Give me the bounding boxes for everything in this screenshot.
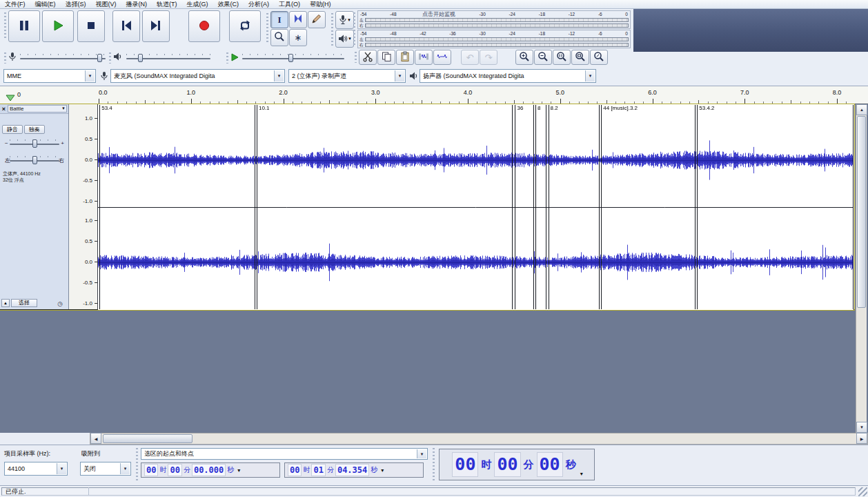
project-rate-value: 44100 — [8, 465, 25, 472]
menu-item[interactable]: 文件(F) — [0, 0, 30, 8]
snap-to-select[interactable]: 关闭 ▾ — [80, 462, 131, 476]
close-track-icon[interactable]: × — [0, 106, 8, 113]
slider-thumb[interactable] — [32, 139, 37, 148]
selection-start-field[interactable]: 00时 00分 00.000秒 ▾ — [141, 462, 280, 478]
chevron-down-icon[interactable]: ▾ — [381, 467, 384, 474]
vertical-scrollbar-thumb[interactable] — [857, 116, 866, 308]
recording-volume-slider[interactable] — [8, 50, 106, 66]
scroll-up-button[interactable]: ▲ — [856, 104, 867, 115]
record-button[interactable] — [188, 10, 220, 42]
meter-level-bar — [365, 18, 629, 22]
audio-clip[interactable]: 10.1 — [257, 105, 513, 309]
multi-tool-button[interactable]: ∗ — [289, 29, 307, 46]
pinned-playhead-icon[interactable] — [6, 92, 15, 104]
zoom-out-button[interactable] — [534, 50, 552, 65]
trim-audio-button[interactable] — [415, 50, 433, 65]
horizontal-scrollbar[interactable]: ◀ ▶ — [90, 433, 868, 445]
silence-audio-button[interactable] — [433, 50, 451, 65]
loop-play-button[interactable] — [229, 10, 261, 42]
zoom-in-button[interactable] — [515, 50, 533, 65]
menu-item[interactable]: 分析(A) — [244, 0, 274, 8]
scroll-right-button[interactable]: ▶ — [856, 433, 867, 444]
timeline-ruler[interactable]: 0.01.02.03.04.05.06.07.08.0 — [99, 86, 868, 104]
project-rate-select[interactable]: 44100 ▾ — [4, 462, 68, 476]
record-meter-menu-button[interactable]: ▾ — [335, 11, 354, 29]
audio-clip[interactable]: 36 — [515, 105, 533, 309]
slider-thumb[interactable] — [138, 54, 143, 62]
zoom-toggle-button[interactable] — [590, 50, 608, 65]
paste-button[interactable] — [396, 50, 414, 65]
selection-end-field[interactable]: 00时 01分 04.354秒 ▾ — [284, 462, 424, 478]
fit-project-button[interactable] — [571, 50, 589, 65]
playback-device-select[interactable]: 扬声器 (SoundMAX Integrated Digita ▾ — [420, 69, 596, 83]
audio-clip[interactable]: 53.4.2 — [697, 105, 854, 309]
track-view: × Battle ▼ 静音 独奏 − + 左 右 — [0, 104, 868, 433]
menu-item[interactable]: 帮助(H) — [305, 0, 336, 8]
selection-mode-select[interactable]: 选区的起点和终点 ▾ — [141, 448, 428, 460]
select-track-button[interactable]: 选择 — [11, 299, 37, 307]
recording-channels-select[interactable]: 2 (立体声) 录制声道 ▾ — [288, 69, 406, 83]
skip-to-start-button[interactable] — [112, 10, 140, 42]
recording-device-select[interactable]: 麦克风 (SoundMAX Integrated Digita ▾ — [110, 69, 285, 83]
solo-button[interactable]: 独奏 — [24, 125, 45, 134]
meter-tick-label: -30 — [479, 30, 485, 37]
chevron-down-icon[interactable]: ▾ — [237, 467, 240, 474]
zoom-out-icon — [537, 51, 549, 64]
pan-slider[interactable]: 左 右 — [2, 155, 67, 165]
audio-position-display[interactable]: 00时 00分 00秒 ▾ — [439, 449, 595, 480]
audio-clip[interactable]: 53.4 — [99, 105, 255, 309]
meter-tick-label: 0 — [625, 30, 628, 37]
undo-button[interactable]: ↶ — [461, 50, 479, 65]
chevron-down-icon[interactable]: ▾ — [580, 471, 583, 477]
collapse-track-button[interactable]: ▲ — [1, 299, 10, 307]
pause-button[interactable] — [8, 10, 40, 42]
play-at-speed-slider[interactable] — [230, 50, 344, 66]
microphone-icon — [339, 14, 347, 26]
playback-volume-slider[interactable] — [113, 50, 210, 66]
track-name-menu[interactable]: Battle ▼ — [8, 105, 67, 113]
menu-item[interactable]: 视图(V) — [91, 0, 121, 8]
audio-clip[interactable]: 44 [music].3.2 — [601, 105, 696, 309]
redo-button[interactable]: ↷ — [480, 50, 497, 65]
menu-item[interactable]: 选择(S) — [61, 0, 91, 8]
menu-item[interactable]: 工具(O) — [274, 0, 305, 8]
menu-item[interactable]: 播录(N) — [121, 0, 152, 8]
scroll-down-button[interactable]: ▼ — [856, 422, 867, 433]
selection-tool-button[interactable]: I — [270, 11, 288, 28]
audio-clip[interactable]: 8.2 — [549, 105, 600, 309]
copy-button[interactable] — [377, 50, 395, 65]
timeline-label: 8.0 — [833, 89, 842, 96]
slider-thumb[interactable] — [97, 54, 102, 62]
zoom-tool-button[interactable] — [270, 29, 288, 46]
play-button[interactable] — [42, 10, 74, 42]
vertical-amplitude-ruler[interactable]: 1.00.50.0-0.5-1.0 1.00.50.0-0.5-1.0 — [69, 104, 98, 309]
edit-toolbar: ↶ ↷ — [359, 50, 608, 65]
envelope-tool-button[interactable] — [289, 11, 307, 28]
menu-item[interactable]: 轨道(T) — [152, 0, 182, 8]
recording-meter[interactable]: -54-48-42-36-30-24-18-12-60 左右 点击开始监视 — [357, 10, 631, 29]
horizontal-scrollbar-thumb[interactable] — [103, 434, 193, 443]
playback-meter[interactable]: -54-48-42-36-30-24-18-12-60 左右 — [357, 30, 631, 48]
menu-item[interactable]: 生成(G) — [182, 0, 213, 8]
meter-monitor-hint[interactable]: 点击开始监视 — [419, 11, 459, 18]
slider-thumb[interactable] — [288, 54, 293, 62]
skip-to-end-button[interactable] — [142, 10, 170, 42]
audio-host-select[interactable]: MME ▾ — [3, 69, 96, 83]
scroll-left-button[interactable]: ◀ — [90, 433, 101, 444]
audio-clip[interactable]: 8 — [535, 105, 546, 309]
menu-item[interactable]: 编辑(E) — [30, 0, 61, 8]
waveform-area[interactable]: 53.410.13688.244 [music].3.253.4.2 — [98, 104, 854, 310]
draw-tool-button[interactable] — [308, 11, 326, 28]
zoom-selection-button[interactable] — [553, 50, 571, 65]
window-resize-grip[interactable] — [858, 487, 867, 496]
stop-button[interactable] — [77, 10, 105, 42]
gain-slider[interactable]: − + — [2, 139, 67, 148]
timeline-label: 5.0 — [555, 89, 564, 96]
play-meter-menu-button[interactable]: ▾ — [335, 30, 354, 48]
video-overlay-region — [633, 9, 868, 52]
slider-thumb[interactable] — [32, 156, 37, 164]
cut-button[interactable] — [359, 50, 377, 65]
menu-item[interactable]: 效果(C) — [213, 0, 244, 8]
mute-button[interactable]: 静音 — [2, 125, 23, 134]
vertical-scrollbar[interactable]: ▲ ▼ — [856, 104, 867, 433]
